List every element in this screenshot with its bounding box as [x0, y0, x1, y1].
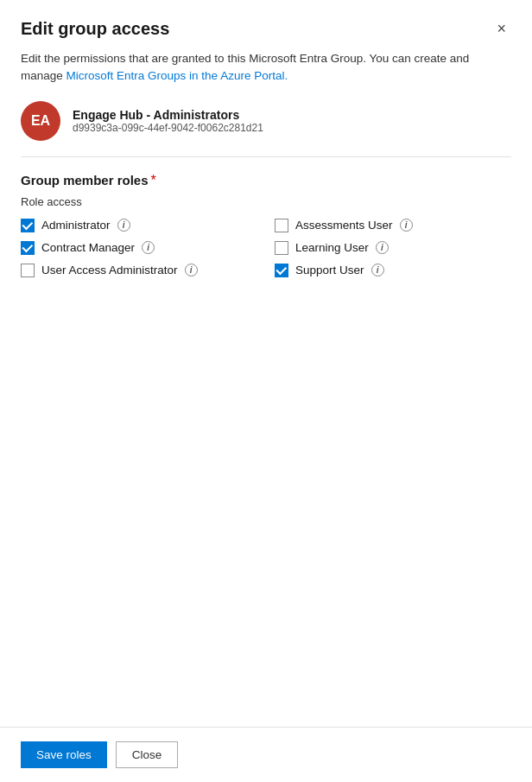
checkbox-assessments-user[interactable]	[275, 219, 288, 232]
role-label-contract-manager: Contract Manager	[41, 241, 135, 254]
checkbox-administrator[interactable]	[21, 219, 35, 232]
section-title: Group member roles	[21, 173, 149, 188]
role-label-support-user: Support User	[295, 264, 364, 277]
info-icon-administrator[interactable]: i	[117, 219, 130, 232]
dialog-header: Edit group access ×	[0, 0, 532, 50]
role-label-user-access-administrator: User Access Administrator	[41, 264, 178, 277]
role-item-administrator: Administrator i	[21, 219, 257, 232]
dialog-close-button[interactable]: ×	[491, 17, 511, 40]
dialog-title: Edit group access	[21, 19, 169, 39]
roles-grid: Administrator i Assessments User i Contr…	[21, 219, 511, 277]
edit-group-access-dialog: Edit group access × Edit the permissions…	[0, 0, 532, 782]
azure-portal-link[interactable]: Microsoft Entra Groups in the Azure Port…	[66, 69, 288, 82]
checkbox-support-user[interactable]	[275, 264, 288, 277]
checkbox-user-access-administrator[interactable]	[21, 264, 35, 277]
role-item-user-access-administrator: User Access Administrator i	[21, 264, 257, 277]
info-icon-contract-manager[interactable]: i	[142, 241, 155, 254]
role-label-learning-user: Learning User	[295, 241, 369, 254]
role-item-contract-manager: Contract Manager i	[21, 241, 257, 255]
group-id: d9939c3a-099c-44ef-9042-f0062c281d21	[73, 122, 263, 134]
checkbox-learning-user[interactable]	[275, 241, 288, 255]
dialog-footer: Save roles Close	[0, 727, 532, 782]
info-icon-assessments-user[interactable]: i	[400, 219, 413, 232]
group-details: Engage Hub - Administrators d9939c3a-099…	[73, 108, 263, 134]
checkbox-contract-manager[interactable]	[21, 241, 35, 255]
info-icon-user-access-administrator[interactable]: i	[185, 264, 198, 277]
group-info: EA Engage Hub - Administrators d9939c3a-…	[21, 101, 511, 141]
section-divider	[21, 156, 511, 157]
group-member-roles-section: Group member roles* Role access Administ…	[21, 173, 511, 295]
role-item-support-user: Support User i	[275, 264, 511, 277]
role-label-assessments-user: Assessments User	[295, 219, 393, 232]
role-access-label: Role access	[21, 195, 511, 208]
close-button[interactable]: Close	[116, 741, 179, 768]
group-avatar: EA	[21, 101, 60, 141]
role-label-administrator: Administrator	[41, 219, 111, 232]
required-indicator: *	[151, 173, 156, 188]
description-text: Edit the permissions that are granted to…	[21, 50, 511, 86]
role-item-learning-user: Learning User i	[275, 241, 511, 255]
save-roles-button[interactable]: Save roles	[21, 741, 107, 768]
info-icon-learning-user[interactable]: i	[376, 241, 389, 254]
group-name: Engage Hub - Administrators	[73, 108, 263, 122]
info-icon-support-user[interactable]: i	[371, 264, 384, 277]
role-item-assessments-user: Assessments User i	[275, 219, 511, 232]
dialog-body: Edit the permissions that are granted to…	[0, 50, 532, 727]
